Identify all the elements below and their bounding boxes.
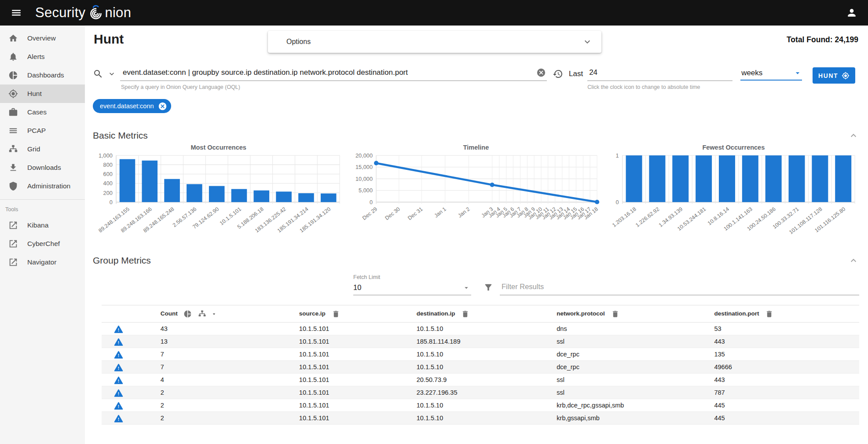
delete-column-icon[interactable]	[461, 310, 469, 318]
time-units-select[interactable]: weeks	[740, 67, 802, 81]
chart-title: Timeline	[350, 144, 601, 151]
query-history-chevron-icon[interactable]	[107, 70, 116, 78]
table-cell[interactable]: 2	[157, 412, 296, 425]
table-cell[interactable]: 10.1.5.101	[296, 323, 413, 335]
sidebar: Overview Alerts Dashboards Hunt Cases PC…	[0, 26, 85, 444]
sidebar-item-alerts[interactable]: Alerts	[0, 48, 85, 66]
table-cell[interactable]: krb,gssapi,smb	[553, 412, 711, 425]
table-cell[interactable]: ssl	[553, 374, 711, 386]
table-cell[interactable]: 10.1.5.101	[296, 361, 413, 374]
warning-icon[interactable]	[114, 389, 123, 398]
target-icon	[842, 72, 850, 80]
table-cell[interactable]: 43	[157, 323, 296, 335]
warning-icon[interactable]	[114, 325, 123, 334]
table-cell[interactable]: ssl	[553, 386, 711, 399]
sidebar-item-cyberchef[interactable]: CyberChef	[0, 235, 85, 253]
table-cell[interactable]: 10.1.5.101	[296, 374, 413, 386]
column-label: destination.port	[714, 310, 759, 317]
table-cell[interactable]: 10.1.5.101	[296, 348, 413, 361]
caret-down-icon[interactable]	[211, 311, 217, 317]
sidebar-item-administration[interactable]: Administration	[0, 177, 85, 195]
user-menu-button[interactable]	[842, 4, 861, 22]
table-cell[interactable]: 10.1.5.101	[296, 412, 413, 425]
table-cell[interactable]: 10.1.5.101	[296, 335, 413, 348]
table-cell[interactable]: 787	[711, 386, 859, 399]
external-link-icon	[8, 220, 18, 230]
sidebar-item-cases[interactable]: Cases	[0, 103, 85, 121]
relative-time-toggle-button[interactable]	[552, 68, 564, 80]
brand-logo: Security nion	[35, 4, 131, 22]
svg-text:Dec 29: Dec 29	[361, 206, 378, 221]
duration-input[interactable]	[588, 68, 732, 77]
sidebar-item-label: Kibana	[27, 221, 48, 229]
table-cell[interactable]: 7	[157, 361, 296, 374]
fetch-limit-select[interactable]: 10	[353, 280, 471, 295]
query-input[interactable]	[122, 68, 536, 77]
table-cell[interactable]: 10.1.5.10	[413, 399, 553, 412]
table-cell[interactable]: 10.1.5.10	[413, 323, 553, 335]
delete-column-icon[interactable]	[611, 310, 619, 318]
table-cell[interactable]: krb,dce_rpc,gssapi,smb	[553, 399, 711, 412]
svg-text:5,000: 5,000	[359, 187, 373, 194]
warning-icon[interactable]	[114, 350, 123, 360]
warning-icon[interactable]	[114, 338, 123, 347]
warning-icon[interactable]	[114, 376, 123, 385]
table-cell[interactable]: 445	[711, 399, 859, 412]
clear-query-button[interactable]	[536, 68, 546, 77]
table-cell[interactable]: 7	[157, 348, 296, 361]
table-cell[interactable]: 2	[157, 386, 296, 399]
table-cell[interactable]: 20.50.73.9	[413, 374, 553, 386]
table-cell[interactable]: ssl	[553, 335, 711, 348]
row-actions-cell	[102, 348, 157, 361]
table-cell[interactable]: 185.81.114.189	[413, 335, 553, 348]
table-cell[interactable]: 10.1.5.10	[413, 361, 553, 374]
table-cell[interactable]: 4	[157, 374, 296, 386]
table-cell[interactable]: 10.1.5.101	[296, 399, 413, 412]
table-cell[interactable]: 10.1.5.101	[296, 386, 413, 399]
brand-suffix: nion	[105, 5, 131, 21]
table-cell[interactable]: 135	[711, 348, 859, 361]
app-bar: Security nion	[0, 0, 868, 26]
table-cell[interactable]: 13	[157, 335, 296, 348]
sidebar-item-dashboards[interactable]: Dashboards	[0, 66, 85, 84]
timeline-plot: 05,00010,00015,00020,000Dec 29Dec 30Dec …	[350, 152, 601, 248]
warning-icon[interactable]	[114, 363, 123, 372]
table-cell[interactable]: 49666	[711, 361, 859, 374]
delete-column-icon[interactable]	[765, 310, 773, 318]
filter-results-input[interactable]	[501, 282, 858, 291]
table-cell[interactable]: dce_rpc	[553, 361, 711, 374]
sidebar-item-pcap[interactable]: PCAP	[0, 121, 85, 140]
sidebar-item-navigator[interactable]: Navigator	[0, 253, 85, 272]
table-cell[interactable]: dce_rpc	[553, 348, 711, 361]
menu-icon	[11, 7, 22, 18]
caret-down-icon	[793, 69, 802, 77]
sidebar-item-downloads[interactable]: Downloads	[0, 158, 85, 177]
graph-icon[interactable]	[198, 310, 206, 318]
svg-text:200: 200	[103, 190, 113, 196]
sidebar-item-hunt[interactable]: Hunt	[0, 84, 85, 103]
delete-column-icon[interactable]	[332, 310, 340, 318]
table-cell[interactable]: 443	[711, 374, 859, 386]
filter-chip[interactable]: event.dataset:conn	[93, 99, 171, 113]
table-cell[interactable]: 445	[711, 412, 859, 425]
basic-metrics-collapse-button[interactable]	[848, 130, 859, 141]
warning-icon[interactable]	[114, 414, 123, 423]
table-cell[interactable]: 443	[711, 335, 859, 348]
hunt-button[interactable]: HUNT	[813, 67, 855, 84]
group-metrics-collapse-button[interactable]	[848, 255, 859, 266]
table-cell[interactable]: 2	[157, 399, 296, 412]
table-cell[interactable]: 10.1.5.10	[413, 412, 553, 425]
svg-text:Jan 1: Jan 1	[433, 206, 447, 219]
sidebar-item-grid[interactable]: Grid	[0, 140, 85, 158]
sidebar-item-kibana[interactable]: Kibana	[0, 216, 85, 235]
filter-chip-close-icon[interactable]	[158, 102, 167, 111]
table-cell[interactable]: 53	[711, 323, 859, 335]
sidebar-item-overview[interactable]: Overview	[0, 29, 85, 48]
pie-chart-icon[interactable]	[183, 310, 192, 318]
table-cell[interactable]: dns	[553, 323, 711, 335]
options-panel[interactable]: Options	[268, 31, 601, 53]
table-cell[interactable]: 23.227.196.35	[413, 386, 553, 399]
table-cell[interactable]: 10.1.5.10	[413, 348, 553, 361]
menu-button[interactable]	[7, 4, 26, 22]
warning-icon[interactable]	[114, 401, 123, 411]
